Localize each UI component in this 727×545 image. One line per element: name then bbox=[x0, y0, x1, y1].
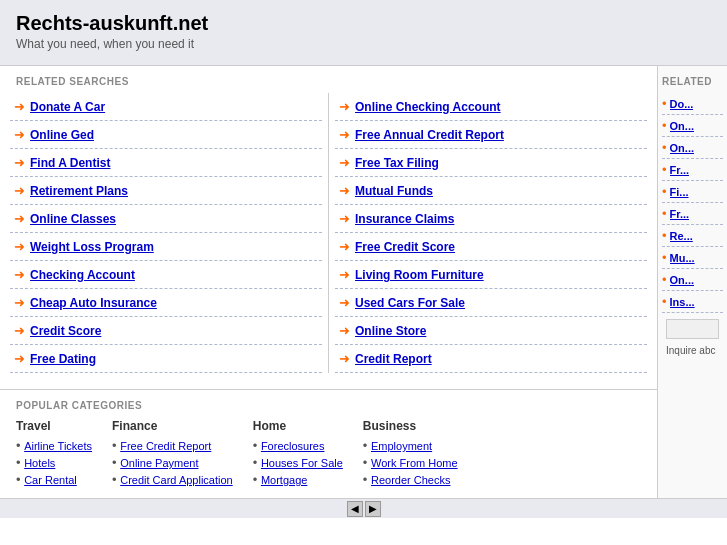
sidebar-item-4: •Fi... bbox=[662, 181, 723, 203]
search-link[interactable]: Retirement Plans bbox=[30, 184, 128, 198]
search-link[interactable]: Free Tax Filing bbox=[355, 156, 439, 170]
right-search-item-1: ➜Free Annual Credit Report bbox=[335, 121, 647, 149]
sidebar-link[interactable]: On... bbox=[670, 120, 694, 132]
category-item: Airline Tickets bbox=[16, 437, 92, 454]
page-header: Rechts-auskunft.net What you need, when … bbox=[0, 0, 727, 66]
search-link[interactable]: Cheap Auto Insurance bbox=[30, 296, 157, 310]
sidebar-links-list: •Do...•On...•On...•Fr...•Fi...•Fr...•Re.… bbox=[662, 93, 723, 313]
search-link[interactable]: Online Ged bbox=[30, 128, 94, 142]
search-link[interactable]: Online Checking Account bbox=[355, 100, 501, 114]
arrow-icon: • bbox=[662, 228, 667, 243]
category-link[interactable]: Credit Card Application bbox=[120, 474, 233, 486]
category-link[interactable]: Employment bbox=[371, 440, 432, 452]
search-link[interactable]: Used Cars For Sale bbox=[355, 296, 465, 310]
arrow-icon: ➜ bbox=[14, 155, 25, 170]
category-item: Reorder Checks bbox=[363, 471, 458, 488]
search-link[interactable]: Free Dating bbox=[30, 352, 96, 366]
arrow-icon: ➜ bbox=[14, 239, 25, 254]
search-link[interactable]: Mutual Funds bbox=[355, 184, 433, 198]
search-link[interactable]: Donate A Car bbox=[30, 100, 105, 114]
sidebar-link[interactable]: On... bbox=[670, 274, 694, 286]
arrow-icon: ➜ bbox=[14, 183, 25, 198]
left-search-item-0: ➜Donate A Car bbox=[10, 93, 322, 121]
scroll-right-button[interactable]: ▶ bbox=[365, 501, 381, 517]
arrow-icon: ➜ bbox=[14, 99, 25, 114]
sidebar-link[interactable]: Do... bbox=[670, 98, 694, 110]
search-link[interactable]: Living Room Furniture bbox=[355, 268, 484, 282]
right-search-item-5: ➜Free Credit Score bbox=[335, 233, 647, 261]
search-link[interactable]: Find A Dentist bbox=[30, 156, 110, 170]
arrow-icon: ➜ bbox=[339, 127, 350, 142]
arrow-icon: • bbox=[662, 184, 667, 199]
category-link[interactable]: Airline Tickets bbox=[24, 440, 92, 452]
arrow-icon: • bbox=[662, 272, 667, 287]
right-search-item-0: ➜Online Checking Account bbox=[335, 93, 647, 121]
right-search-column: ➜Online Checking Account➜Free Annual Cre… bbox=[335, 93, 647, 373]
left-search-item-9: ➜Free Dating bbox=[10, 345, 322, 373]
arrow-icon: • bbox=[662, 294, 667, 309]
sidebar-link[interactable]: Mu... bbox=[670, 252, 695, 264]
arrow-icon: ➜ bbox=[14, 211, 25, 226]
sidebar-link[interactable]: Fr... bbox=[670, 164, 690, 176]
arrow-icon: ➜ bbox=[339, 99, 350, 114]
category-link[interactable]: Houses For Sale bbox=[261, 457, 343, 469]
arrow-icon: ➜ bbox=[339, 155, 350, 170]
category-title: Finance bbox=[112, 419, 233, 433]
sidebar-link[interactable]: Fr... bbox=[670, 208, 690, 220]
sidebar-link[interactable]: Fi... bbox=[670, 186, 689, 198]
category-group-2: HomeForeclosuresHouses For SaleMortgage bbox=[253, 419, 343, 488]
category-item: Credit Card Application bbox=[112, 471, 233, 488]
category-list: Free Credit ReportOnline PaymentCredit C… bbox=[112, 437, 233, 488]
search-link[interactable]: Weight Loss Program bbox=[30, 240, 154, 254]
category-link[interactable]: Hotels bbox=[24, 457, 55, 469]
column-divider bbox=[328, 93, 329, 373]
search-link[interactable]: Free Credit Score bbox=[355, 240, 455, 254]
scroll-left-button[interactable]: ◀ bbox=[347, 501, 363, 517]
search-link[interactable]: Credit Score bbox=[30, 324, 101, 338]
search-link[interactable]: Insurance Claims bbox=[355, 212, 454, 226]
search-link[interactable]: Free Annual Credit Report bbox=[355, 128, 504, 142]
sidebar-item-2: •On... bbox=[662, 137, 723, 159]
right-sidebar: RELATED •Do...•On...•On...•Fr...•Fi...•F… bbox=[657, 66, 727, 498]
sidebar-item-8: •On... bbox=[662, 269, 723, 291]
arrow-icon: • bbox=[662, 250, 667, 265]
scrollbar-area[interactable] bbox=[666, 319, 719, 339]
category-title: Travel bbox=[16, 419, 92, 433]
sidebar-item-7: •Mu... bbox=[662, 247, 723, 269]
category-link[interactable]: Foreclosures bbox=[261, 440, 325, 452]
right-search-item-9: ➜Credit Report bbox=[335, 345, 647, 373]
left-search-item-2: ➜Find A Dentist bbox=[10, 149, 322, 177]
search-link[interactable]: Online Classes bbox=[30, 212, 116, 226]
search-link[interactable]: Checking Account bbox=[30, 268, 135, 282]
category-link[interactable]: Free Credit Report bbox=[120, 440, 211, 452]
category-list: ForeclosuresHouses For SaleMortgage bbox=[253, 437, 343, 488]
site-title: Rechts-auskunft.net bbox=[16, 12, 711, 35]
sidebar-link[interactable]: On... bbox=[670, 142, 694, 154]
right-search-item-8: ➜Online Store bbox=[335, 317, 647, 345]
site-subtitle: What you need, when you need it bbox=[16, 37, 711, 51]
sidebar-link[interactable]: Re... bbox=[670, 230, 693, 242]
left-search-item-5: ➜Weight Loss Program bbox=[10, 233, 322, 261]
category-link[interactable]: Work From Home bbox=[371, 457, 458, 469]
category-link[interactable]: Mortgage bbox=[261, 474, 307, 486]
arrow-icon: • bbox=[662, 96, 667, 111]
category-link[interactable]: Reorder Checks bbox=[371, 474, 450, 486]
category-item: Foreclosures bbox=[253, 437, 343, 454]
sidebar-link[interactable]: Ins... bbox=[670, 296, 695, 308]
category-link[interactable]: Car Rental bbox=[24, 474, 77, 486]
category-group-3: BusinessEmploymentWork From HomeReorder … bbox=[363, 419, 458, 488]
search-link[interactable]: Online Store bbox=[355, 324, 426, 338]
sidebar-item-5: •Fr... bbox=[662, 203, 723, 225]
arrow-icon: • bbox=[662, 206, 667, 221]
category-group-0: TravelAirline TicketsHotelsCar Rental bbox=[16, 419, 92, 488]
arrow-icon: ➜ bbox=[339, 239, 350, 254]
arrow-icon: ➜ bbox=[14, 295, 25, 310]
popular-section: POPULAR CATEGORIES TravelAirline Tickets… bbox=[0, 389, 657, 498]
category-group-1: FinanceFree Credit ReportOnline PaymentC… bbox=[112, 419, 233, 488]
search-link[interactable]: Credit Report bbox=[355, 352, 432, 366]
category-item: Online Payment bbox=[112, 454, 233, 471]
arrow-icon: ➜ bbox=[339, 211, 350, 226]
category-link[interactable]: Online Payment bbox=[120, 457, 198, 469]
sidebar-item-0: •Do... bbox=[662, 93, 723, 115]
arrow-icon: ➜ bbox=[339, 295, 350, 310]
